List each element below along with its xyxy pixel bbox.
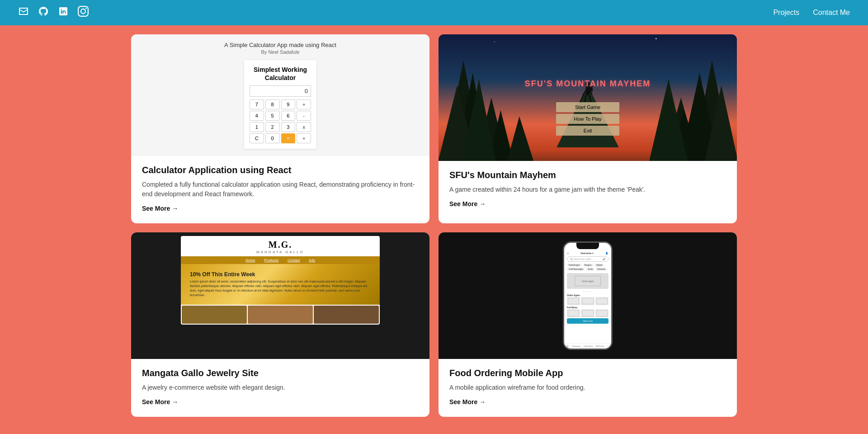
jewelry-nav: Home Products Contact Info	[181, 256, 380, 264]
calc-title: Simplest Working Calculator	[250, 66, 311, 82]
phone-cat-hamburgers[interactable]: Hamburgers	[567, 264, 582, 267]
calc-btn-0[interactable]: 0	[265, 133, 280, 143]
calculator-card-title: Calculator Application using React	[142, 165, 419, 175]
main-content: A Simple Calculator App made using React…	[0, 25, 868, 426]
phone-full-menu-section: Full Menu	[566, 305, 610, 309]
mountain-card-desc: A game created within 24 hours for a gam…	[449, 185, 726, 194]
calc-display: 0	[250, 85, 311, 97]
jewelry-banner-body: Lorem ipsum dolor sit amet, consectetur …	[190, 279, 371, 297]
phone-nav-home[interactable]: 🏠	[566, 345, 569, 347]
phone-mic-icon: 🎤	[603, 258, 605, 260]
phone-menu-3	[595, 309, 609, 317]
jewelry-img-3	[314, 306, 379, 324]
jewelry-nav-home[interactable]: Home	[245, 258, 255, 262]
calc-btn-clear[interactable]: C	[250, 133, 264, 143]
mountain-see-more[interactable]: See More →	[449, 200, 486, 208]
calc-btn-divide[interactable]: +	[297, 133, 311, 143]
jewelry-logo: M.G. MANGATA GALLO	[181, 236, 380, 256]
calc-author: By Neel Sadafule	[138, 49, 422, 55]
projects-link[interactable]: Projects	[773, 9, 799, 17]
calc-btn-3[interactable]: 3	[281, 122, 296, 132]
email-icon[interactable]	[18, 6, 29, 19]
calc-btn-1[interactable]: 1	[250, 122, 264, 132]
start-game-btn[interactable]: Start Game	[556, 102, 619, 112]
jewelry-card-desc: A jewelry e-commerce website with elegan…	[142, 383, 419, 392]
phone-app-title: Username ▾	[580, 252, 594, 255]
phone-nav-profile[interactable]: My Profile	[596, 345, 604, 347]
jewelry-card-body: Mangata Gallo Jewelry Site A jewelry e-c…	[131, 359, 429, 417]
projects-grid: A Simple Calculator App made using React…	[131, 34, 737, 417]
phone-nav-more[interactable]: ⋯	[607, 345, 609, 347]
jewelry-nav-products[interactable]: Products	[264, 258, 278, 262]
phone-categories: Hamburgers Burgers Salads Cold Beverages…	[566, 263, 610, 272]
phone-menu-icon: ≡	[567, 252, 569, 255]
calc-btn-multiply[interactable]: x	[297, 122, 311, 132]
jewelry-logo-sub: MANGATA GALLO	[183, 250, 378, 254]
calc-btn-9[interactable]: 9	[281, 99, 296, 109]
jewelry-images-row	[181, 305, 380, 325]
phone-bottom-nav: 🏠 Categories Liked Items My Profile ⋯	[564, 343, 611, 349]
calculator-card: A Simple Calculator App made using React…	[131, 34, 429, 223]
calculator-see-more[interactable]: See More →	[142, 205, 178, 212]
mountain-preview-image: SFU'S MOUNTAIN MAYHEM Start Game How To …	[439, 34, 737, 161]
instagram-icon[interactable]	[78, 6, 89, 19]
calculator-card-body: Calculator Application using React Compl…	[131, 156, 429, 223]
calc-btn-5[interactable]: 5	[265, 111, 280, 121]
calc-btn-minus[interactable]: -	[297, 111, 311, 121]
phone-order-2	[581, 297, 594, 305]
calc-btn-plus[interactable]: +	[297, 99, 311, 109]
jewelry-see-more[interactable]: See More →	[142, 398, 178, 406]
calc-btn-6[interactable]: 6	[281, 111, 296, 121]
phone-cat-salads[interactable]: Salads	[594, 264, 604, 267]
phone-view-cart-btn[interactable]: View Cart	[567, 318, 609, 324]
mobile-app-card-desc: A mobile application wireframe for food …	[449, 383, 726, 392]
calc-btn-4[interactable]: 4	[250, 111, 264, 121]
calc-btn-7[interactable]: 7	[250, 99, 264, 109]
phone-header-bar: ≡ Username ▾ 👤	[566, 251, 610, 255]
phone-order-1	[567, 297, 580, 305]
mountain-card-title: SFU's Mountain Mayhem	[449, 170, 726, 180]
github-icon[interactable]	[38, 6, 49, 19]
jewelry-card-title: Mangata Gallo Jewelry Site	[142, 368, 419, 378]
how-to-play-btn[interactable]: How To Play	[556, 114, 619, 124]
mobile-app-see-more[interactable]: See More →	[449, 398, 486, 406]
header-nav: Projects Contact Me	[773, 9, 850, 17]
phone-featured-image: Order Again	[567, 273, 609, 289]
phone-nav-categories[interactable]: Categories	[572, 345, 580, 347]
jewelry-banner-text: 10% Off This Entire Week	[190, 271, 371, 278]
mountain-mayhem-card: SFU'S MOUNTAIN MAYHEM Start Game How To …	[439, 34, 737, 223]
contact-link[interactable]: Contact Me	[813, 9, 850, 17]
phone-order-grid	[566, 297, 610, 305]
phone-cat-desserts[interactable]: Desserts	[595, 268, 607, 271]
phone-order-3	[595, 297, 609, 305]
jewelry-preview-image: M.G. MANGATA GALLO Home Products Contact…	[131, 232, 429, 359]
mountain-game-title: SFU'S MOUNTAIN MAYHEM	[525, 79, 651, 89]
phone-nav-liked[interactable]: Liked Items	[584, 345, 593, 347]
jewelry-nav-info[interactable]: Info	[309, 258, 315, 262]
linkedin-icon[interactable]	[58, 6, 69, 19]
svg-point-8	[656, 38, 657, 39]
phone-cat-burgers[interactable]: Burgers	[583, 264, 594, 267]
jewelry-img-2	[248, 306, 313, 324]
phone-cat-cold[interactable]: Cold Beverages	[567, 268, 585, 271]
jewelry-nav-contact[interactable]: Contact	[288, 258, 300, 262]
jewelry-banner: 10% Off This Entire Week Lorem ipsum dol…	[181, 264, 380, 304]
phone-full-menu-grid	[566, 309, 610, 317]
header-social-icons	[18, 6, 89, 19]
calc-app-title: A Simple Calculator App made using React	[138, 42, 422, 48]
calculator-card-desc: Completed a fully functional calculator …	[142, 180, 419, 199]
phone-menu-1	[567, 309, 580, 317]
exit-btn[interactable]: Exit	[556, 126, 619, 136]
calculator-preview-image: A Simple Calculator App made using React…	[131, 34, 429, 156]
phone-cat-sushi[interactable]: Sushi	[586, 268, 594, 271]
phone-search-text: Search for a dish...	[574, 258, 593, 260]
mobile-app-preview-image: ≡ Username ▾ 👤 🔍 Search for a dish... 🎤 …	[439, 232, 737, 359]
phone-featured-label: Order Again	[582, 280, 594, 283]
mountain-card-body: SFU's Mountain Mayhem A game created wit…	[439, 161, 737, 219]
calc-btn-8[interactable]: 8	[265, 99, 280, 109]
jewelry-site-frame: M.G. MANGATA GALLO Home Products Contact…	[181, 236, 380, 324]
calc-btn-2[interactable]: 2	[265, 122, 280, 132]
phone-search-bar[interactable]: 🔍 Search for a dish... 🎤	[567, 256, 609, 262]
header: Projects Contact Me	[0, 0, 868, 25]
calc-btn-equals[interactable]: =	[281, 133, 296, 143]
